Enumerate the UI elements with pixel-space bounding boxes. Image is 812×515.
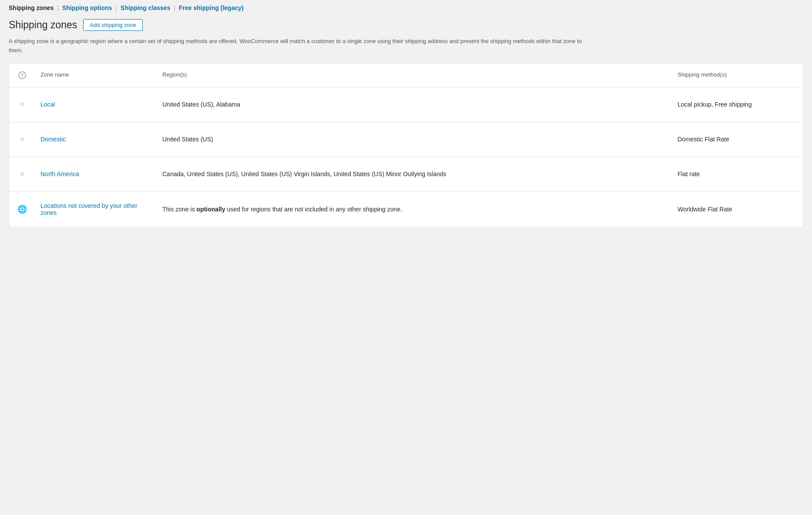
page-description: A shipping zone is a geographic region w… (9, 37, 592, 55)
nav-sep-1: | (57, 4, 59, 11)
drag-handle[interactable]: ≡ (9, 165, 35, 183)
nav-tab-shipping-classes[interactable]: Shipping classes (121, 4, 170, 11)
table-row: ≡ Domestic United States (US) Domestic F… (9, 122, 803, 157)
help-icon[interactable]: ? (18, 71, 26, 79)
table-row: ≡ Local United States (US), Alabama Loca… (9, 87, 803, 122)
regions-cell: Canada, United States (US), United State… (157, 164, 672, 184)
zone-link-local[interactable]: Local (40, 101, 55, 108)
page-title: Shipping zones (9, 19, 77, 31)
methods-cell: Domestic Flat Rate (672, 129, 803, 150)
drag-handle[interactable]: ≡ (9, 95, 35, 114)
table-row: 🌐 Locations not covered by your other zo… (9, 192, 803, 227)
nav-tab-shipping-options[interactable]: Shipping options (62, 4, 112, 11)
add-shipping-zone-button[interactable]: Add shipping zone (83, 19, 143, 31)
methods-cell: Flat rate (672, 164, 803, 184)
nav-sep-3: | (174, 4, 175, 11)
zone-link-domestic[interactable]: Domestic (40, 136, 66, 143)
zone-link-not-covered[interactable]: Locations not covered by your other zone… (40, 202, 138, 216)
drag-handle[interactable]: ≡ (9, 130, 35, 148)
nav-tab-shipping-zones[interactable]: Shipping zones (9, 4, 54, 11)
table-header: ? Zone name Region(s) Shipping method(s) (9, 64, 803, 87)
drag-icon: ≡ (20, 135, 24, 143)
th-methods: Shipping method(s) (672, 68, 803, 83)
regions-text-bold: optionally (197, 206, 225, 213)
th-zone-name: Zone name (35, 68, 157, 83)
regions-text-after: used for regions that are not included i… (225, 206, 402, 213)
nav-sep-2: | (115, 4, 117, 11)
table-row: ≡ North America Canada, United States (U… (9, 157, 803, 192)
nav-tab-free-shipping[interactable]: Free shipping (legacy) (179, 4, 244, 11)
page-header: Shipping zones Add shipping zone (9, 19, 803, 31)
zone-name-cell: Locations not covered by your other zone… (35, 194, 157, 224)
zone-link-north-america[interactable]: North America (40, 171, 79, 177)
globe-icon: 🌐 (17, 204, 27, 214)
zone-name-cell: North America (35, 164, 157, 184)
drag-icon: ≡ (20, 170, 24, 178)
regions-cell: United States (US), Alabama (157, 94, 672, 115)
methods-cell: Local pickup, Free shipping (672, 94, 803, 115)
shipping-zones-table: ? Zone name Region(s) Shipping method(s)… (9, 63, 803, 227)
globe-col: 🌐 (9, 197, 35, 222)
regions-text-before: This zone is (162, 206, 197, 213)
th-regions: Region(s) (157, 68, 672, 83)
th-icon: ? (9, 68, 35, 83)
regions-cell: This zone is optionally used for regions… (157, 198, 672, 221)
page-wrap: Shipping zones | Shipping options | Ship… (0, 0, 812, 236)
regions-cell: United States (US) (157, 129, 672, 150)
drag-icon: ≡ (20, 100, 24, 108)
zone-name-cell: Domestic (35, 129, 157, 150)
methods-cell: Worldwide Flat Rate (672, 198, 803, 221)
zone-name-cell: Local (35, 94, 157, 115)
nav-tabs: Shipping zones | Shipping options | Ship… (9, 4, 803, 11)
